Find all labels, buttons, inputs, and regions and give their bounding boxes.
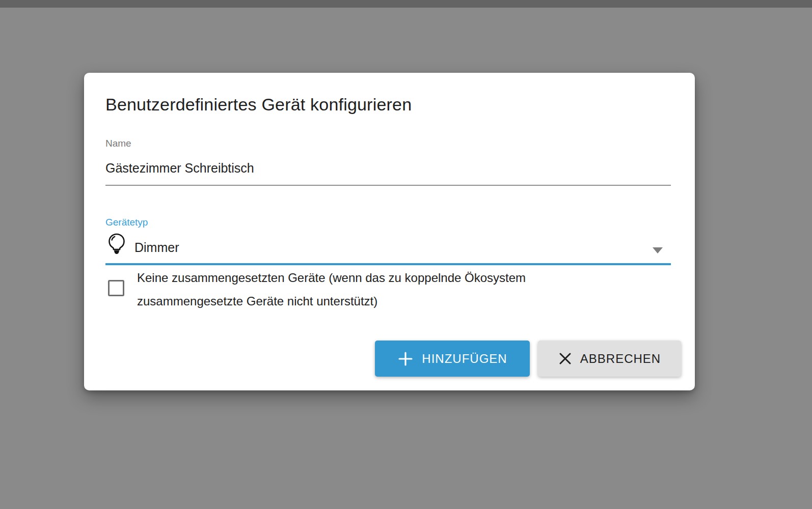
name-input-underline — [105, 185, 671, 186]
plus-icon — [397, 351, 414, 367]
dialog-title: Benutzerdefiniertes Gerät konfigurieren — [105, 93, 412, 116]
cancel-button-label: ABBRECHEN — [580, 352, 661, 366]
add-button[interactable]: HINZUFÜGEN — [375, 341, 530, 377]
lightbulb-icon — [107, 233, 126, 255]
device-type-select[interactable]: Dimmer — [105, 232, 671, 260]
device-type-label: Gerätetyp — [105, 216, 148, 229]
add-button-label: HINZUFÜGEN — [422, 352, 507, 366]
configure-custom-device-dialog: Benutzerdefiniertes Gerät konfigurieren … — [84, 73, 695, 390]
cancel-button[interactable]: ABBRECHEN — [538, 341, 681, 377]
device-type-underline — [105, 263, 671, 265]
dropdown-caret-icon — [653, 247, 663, 253]
close-icon — [558, 352, 572, 365]
no-composite-devices-checkbox-label[interactable]: Keine zusammengesetzten Geräte (wenn das… — [137, 266, 590, 313]
background-topbar — [0, 0, 812, 8]
name-input[interactable]: Gästezimmer Schreibtisch — [105, 159, 671, 177]
device-type-value: Dimmer — [134, 238, 179, 257]
name-field-label: Name — [105, 137, 131, 150]
no-composite-devices-checkbox[interactable] — [108, 280, 124, 296]
modal-backdrop[interactable]: Benutzerdefiniertes Gerät konfigurieren … — [0, 0, 812, 509]
